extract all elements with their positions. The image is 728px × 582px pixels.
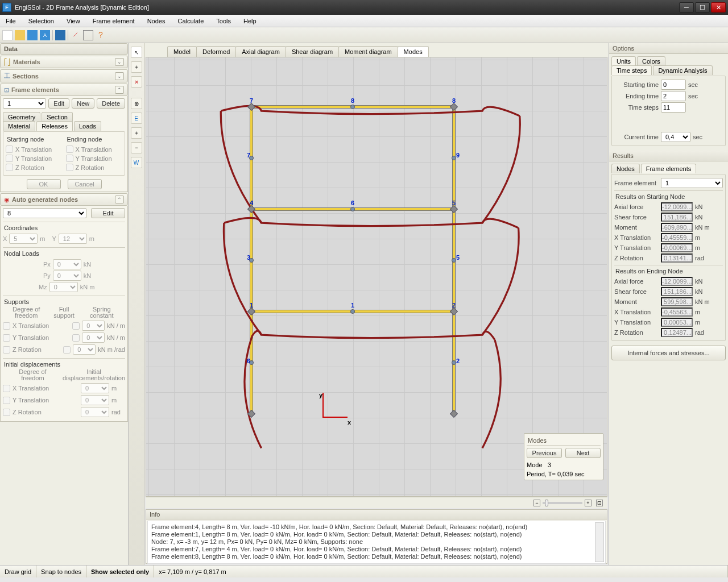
pointer-icon[interactable]: ↖ — [131, 47, 142, 58]
tool-e-icon[interactable]: E — [131, 113, 142, 124]
px-input: 0 — [53, 259, 81, 269]
canvas[interactable]: 7 8 8 7 9 4 6 5 3 5 1 1 2 6 2 y — [146, 57, 607, 497]
current-time-select[interactable]: 0,4 — [661, 132, 690, 142]
start-z-rotation-check — [6, 164, 13, 171]
tool-a-icon[interactable] — [55, 30, 65, 40]
menu-frame-element[interactable]: Frame element — [90, 16, 137, 26]
node — [350, 309, 355, 314]
x-axis — [322, 417, 348, 418]
tab-releases[interactable]: Releases — [36, 121, 73, 131]
chart-icon[interactable]: ⟋ — [71, 30, 81, 40]
save-icon[interactable] — [27, 30, 38, 40]
menu-view[interactable]: View — [64, 16, 82, 26]
results-starting-header: Results on Starting Node — [614, 190, 723, 201]
edit-button[interactable]: Edit — [48, 98, 69, 109]
info-header: Info — [146, 510, 607, 519]
tool-w-icon[interactable]: W — [131, 157, 142, 168]
y-axis-label: y — [319, 392, 322, 398]
status-show-selected[interactable]: Show selected only — [86, 566, 154, 577]
tab-material[interactable]: Material — [3, 121, 35, 131]
tab-time-steps[interactable]: Time steps — [611, 65, 652, 75]
delete-icon[interactable]: ✕ — [131, 76, 142, 88]
sections-header[interactable]: 工Sections ⌄ — [0, 69, 128, 82]
zoom-slider[interactable] — [543, 502, 582, 504]
tab-results-nodes[interactable]: Nodes — [611, 164, 640, 173]
scrollbar[interactable] — [595, 522, 604, 562]
tab-deformed[interactable]: Deformed — [196, 46, 236, 57]
previous-button[interactable]: Previous — [527, 448, 562, 458]
tab-colors[interactable]: Colors — [637, 56, 665, 66]
node — [452, 360, 456, 365]
tab-results-frame-elements[interactable]: Frame elements — [641, 164, 696, 173]
app-icon: F — [2, 3, 11, 12]
tab-modes[interactable]: Modes — [398, 46, 429, 57]
start-shear-value — [661, 213, 693, 222]
window-icon[interactable] — [83, 30, 93, 40]
next-button[interactable]: Next — [565, 448, 601, 458]
tab-loads[interactable]: Loads — [74, 121, 101, 131]
menu-help[interactable]: Help — [241, 16, 259, 26]
menu-nodes[interactable]: Nodes — [145, 16, 168, 26]
initial-disp-label: Initial displacements — [3, 358, 125, 369]
time-steps-input[interactable] — [661, 102, 686, 113]
end-moment-value — [661, 297, 693, 306]
add-node-icon[interactable]: ＋ — [131, 61, 142, 73]
zoom-out-button[interactable]: − — [533, 500, 540, 506]
zoom-bar: − + ⊡ — [146, 497, 607, 508]
maximize-button[interactable]: ☐ — [695, 2, 710, 13]
menu-file[interactable]: File — [3, 16, 18, 26]
ending-time-input[interactable] — [661, 91, 686, 101]
window-title: EngiSSol - 2D Frame Analysis [Dynamic Ed… — [15, 4, 149, 11]
zoom-fit-button[interactable]: ⊡ — [596, 500, 603, 506]
minimize-button[interactable]: ─ — [679, 2, 694, 13]
node — [350, 105, 355, 109]
menu-tools[interactable]: Tools — [214, 16, 233, 26]
results-fe-select[interactable]: 1 — [661, 178, 723, 188]
delete-button[interactable]: Delete — [97, 98, 125, 109]
save-as-icon[interactable]: A — [40, 30, 50, 40]
end-y-translation-check — [66, 155, 73, 162]
zoom-out-icon[interactable]: － — [131, 142, 142, 153]
view-tabs: Model Deformed Axial diagram Shear diagr… — [144, 43, 609, 57]
materials-header[interactable]: ⎡⎦Materials ⌄ — [0, 56, 128, 68]
open-file-icon[interactable] — [15, 30, 25, 40]
tab-moment-diagram[interactable]: Moment diagram — [338, 46, 398, 57]
start-axial-value — [661, 202, 693, 211]
starting-time-input[interactable] — [661, 80, 686, 90]
status-snap[interactable]: Snap to nodes — [36, 566, 86, 577]
support-x-check — [3, 322, 10, 330]
tab-shear-diagram[interactable]: Shear diagram — [286, 46, 339, 57]
autogen-nodes-header[interactable]: ◉Auto generated nodes ⌃ — [0, 193, 128, 206]
end-yt-value — [661, 318, 693, 327]
menu-selection[interactable]: Selection — [26, 16, 56, 26]
internal-forces-button[interactable]: Internal forces and stresses... — [611, 346, 726, 360]
frame-elements-header[interactable]: ⊡Frame elements ⌃ — [0, 84, 128, 96]
frame-element-select[interactable]: 1 — [3, 98, 46, 109]
tab-geometry[interactable]: Geometry — [3, 112, 40, 122]
chevron-down-icon[interactable]: ⌄ — [115, 72, 124, 80]
close-button[interactable]: ✕ — [711, 2, 726, 13]
autogen-edit-button[interactable]: Edit — [91, 208, 125, 218]
chevron-up-icon[interactable]: ⌃ — [115, 86, 124, 94]
tab-section[interactable]: Section — [42, 112, 73, 122]
zoom-in-icon[interactable]: ＋ — [131, 127, 142, 139]
start-xt-value — [661, 233, 693, 242]
autogen-select[interactable]: 8 — [3, 208, 86, 218]
tab-axial-diagram[interactable]: Axial diagram — [235, 46, 286, 57]
zoom-fit-icon[interactable]: ⊕ — [131, 98, 142, 109]
status-draw-grid[interactable]: Draw grid — [0, 566, 36, 577]
chevron-down-icon[interactable]: ⌄ — [115, 58, 124, 66]
data-panel-header: Data — [0, 43, 128, 55]
new-button[interactable]: New — [72, 98, 94, 109]
menu-calculate[interactable]: Calculate — [175, 16, 206, 26]
tab-units[interactable]: Units — [611, 56, 636, 66]
zoom-in-button[interactable]: + — [585, 500, 592, 506]
tab-model[interactable]: Model — [167, 46, 197, 57]
tab-dynamic-analysis[interactable]: Dynamic Analysis — [653, 65, 712, 75]
init-z-check — [3, 409, 10, 416]
cancel-button: Cancel — [68, 179, 102, 189]
help-icon[interactable]: ? — [96, 30, 106, 40]
new-file-icon[interactable] — [2, 30, 13, 40]
chevron-up-icon[interactable]: ⌃ — [115, 196, 124, 203]
mz-input: 0 — [49, 282, 78, 292]
